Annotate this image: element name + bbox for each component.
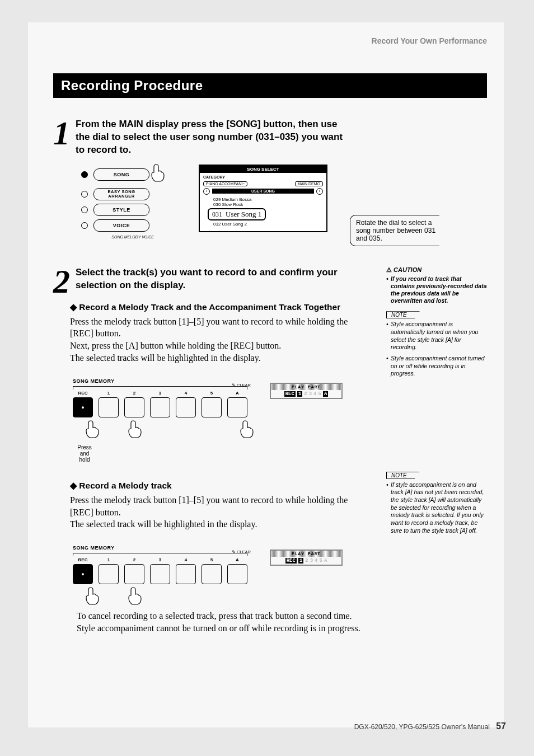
step-1-number: 1 — [53, 121, 70, 145]
song-button: SONG — [93, 168, 149, 181]
cancel-paragraph: To cancel recording to a selected track,… — [77, 610, 362, 634]
lcd-right-arrow-icon: › — [316, 188, 323, 195]
hand-pointer-icon — [148, 162, 166, 182]
play-part-title: PLAY PART — [271, 384, 341, 390]
ppb-a: A — [324, 558, 327, 564]
ppb-3: 3 — [310, 558, 313, 564]
note1-item2: Style accompaniment cannot turned on or … — [386, 355, 487, 378]
step-2: 2 Select the track(s) you want to record… — [53, 266, 376, 293]
hand-pointer-icon — [83, 585, 101, 605]
voice-button: VOICE — [93, 219, 149, 232]
song-indicator-on — [81, 171, 88, 178]
style-button: STYLE — [93, 204, 149, 216]
track-4-button: 4 — [176, 391, 196, 417]
pp-rec: REC — [284, 391, 296, 397]
easy-song-button: EASY SONG ARRANGER — [93, 188, 149, 200]
dial-callout: Rotate the dial to select a song number … — [350, 215, 439, 246]
ppb-4: 4 — [315, 558, 317, 564]
hand-pointer-icon — [83, 419, 101, 439]
track-5-button: 5 — [202, 391, 222, 417]
play-part-display-a: PLAY PART REC 1 2 3 4 5 A — [270, 383, 343, 399]
track-1-button: 1 — [99, 391, 119, 417]
step-1: 1 From the MAIN display press the [SONG]… — [53, 118, 487, 157]
track-2-button-b: 2 — [124, 557, 144, 584]
track-2-button: 2 — [124, 391, 144, 417]
voice-indicator — [81, 222, 88, 229]
lcd-song-032: 032 User Song 2 — [213, 222, 323, 227]
lcd-selected-name: User Song 1 — [226, 210, 261, 219]
lcd-chip-piano: PIANO ACCOMPANI~ — [203, 181, 247, 186]
song-memory-label-b: SONG MEMORY — [73, 545, 247, 551]
track-5-button-b: 5 — [202, 557, 222, 584]
note-heading-2: NOTE — [386, 472, 420, 479]
lcd-screen: SONG SELECT CATEGORY PIANO ACCOMPANI~ MA… — [199, 165, 327, 232]
track-3-button: 3 — [150, 391, 170, 417]
pp-3: 3 — [309, 391, 312, 397]
lcd-song-030: 030 Slow Rock — [213, 202, 323, 207]
footer-model: DGX-620/520, YPG-625/525 Owner's Manual — [354, 723, 490, 731]
note2-item: If style accompaniment is on and track [… — [386, 481, 487, 534]
rec-button: REC ● Press and hold — [73, 391, 93, 463]
caution-body: If you record to track that contains pre… — [386, 275, 487, 305]
style-indicator — [81, 206, 88, 213]
subA-p1: Press the melody track button [1]–[5] yo… — [70, 316, 372, 340]
lcd-selected-number: 031 — [212, 210, 222, 219]
hand-pointer-icon — [125, 419, 143, 439]
ppb-2: 2 — [305, 558, 308, 564]
subB-p1: Press the melody track button [1]–[5] yo… — [70, 494, 372, 518]
song-memory-figure-b: SONG MEMORY CLEAR REC● 1 2 3 4 — [73, 541, 376, 584]
track-1-button-b: 1 — [99, 557, 119, 584]
track-4-button-b: 4 — [176, 557, 196, 584]
hand-pointer-icon — [237, 419, 255, 439]
play-part-display-b: PLAY PART REC 1 2 3 4 5 A — [270, 550, 343, 566]
page-footer: DGX-620/520, YPG-625/525 Owner's Manual … — [354, 721, 506, 731]
lcd-user-song-bar: USER SONG — [212, 189, 314, 194]
play-part-title-b: PLAY PART — [271, 551, 341, 557]
subA-p3: The selected tracks will be highlighted … — [70, 352, 372, 364]
easy-song-indicator — [81, 191, 88, 198]
button-panel: SONG EASY SONG ARRANGER STYLE VOICE SONG… — [81, 165, 176, 239]
lcd-song-029: 029 Medium Bossa — [213, 197, 323, 202]
pp-5: 5 — [318, 391, 321, 397]
lcd-chip-maindemo: MAIN DEMO — [295, 181, 323, 186]
step-2-number: 2 — [53, 270, 70, 293]
press-and-hold-label: Press and hold — [76, 444, 93, 463]
lcd-category-label: CATEGORY — [203, 175, 323, 179]
clear-label-b: CLEAR — [232, 550, 251, 555]
note-heading-1: NOTE — [386, 311, 420, 318]
pp-4: 4 — [313, 391, 316, 397]
subA-p2: Next, press the [A] button while holding… — [70, 340, 372, 352]
lcd-title: SONG SELECT — [200, 166, 326, 173]
ppb-1: 1 — [298, 558, 303, 564]
page-header: Record Your Own Performance — [53, 36, 487, 45]
song-memory-label: SONG MEMORY — [73, 378, 247, 384]
notes-column: CAUTION If you record to track that cont… — [386, 266, 487, 538]
rec-button-b: REC● — [73, 557, 93, 584]
subB-p2: The selected track will be highlighted i… — [70, 518, 372, 530]
ppb-rec: REC — [285, 558, 297, 564]
track-a-button-b: A — [227, 557, 247, 584]
clear-label: CLEAR — [232, 383, 251, 388]
step-1-figures: SONG EASY SONG ARRANGER STYLE VOICE SONG… — [81, 165, 487, 246]
footer-page: 57 — [496, 721, 506, 731]
step-2-text: Select the track(s) you want to record t… — [76, 266, 344, 292]
page: Record Your Own Performance Recording Pr… — [28, 22, 504, 727]
note1-item1: Style accompaniment is automatically tur… — [386, 321, 487, 351]
song-memory-figure-a: SONG MEMORY CLEAR REC ● Press and hold 1 — [73, 374, 376, 463]
sub-heading-melody-only: Record a Melody track — [70, 481, 376, 491]
sub-heading-melody-and-accomp: Record a Melody Track and the Accompanim… — [70, 302, 376, 312]
pp-1: 1 — [297, 391, 302, 397]
lcd-left-arrow-icon: ‹ — [203, 188, 210, 195]
pp-a: A — [323, 391, 328, 397]
step-1-text: From the MAIN display press the [SONG] b… — [76, 118, 344, 157]
caution-heading: CAUTION — [386, 266, 487, 274]
ppb-5: 5 — [320, 558, 322, 564]
song-melody-voice-label: SONG MELODY VOICE — [81, 235, 154, 239]
hand-pointer-icon — [125, 585, 143, 605]
pp-2: 2 — [304, 391, 307, 397]
lcd-song-selected: 031 User Song 1 — [208, 208, 266, 220]
section-title: Recording Procedure — [53, 73, 487, 98]
track-3-button-b: 3 — [150, 557, 170, 584]
track-a-button: A — [227, 391, 247, 417]
